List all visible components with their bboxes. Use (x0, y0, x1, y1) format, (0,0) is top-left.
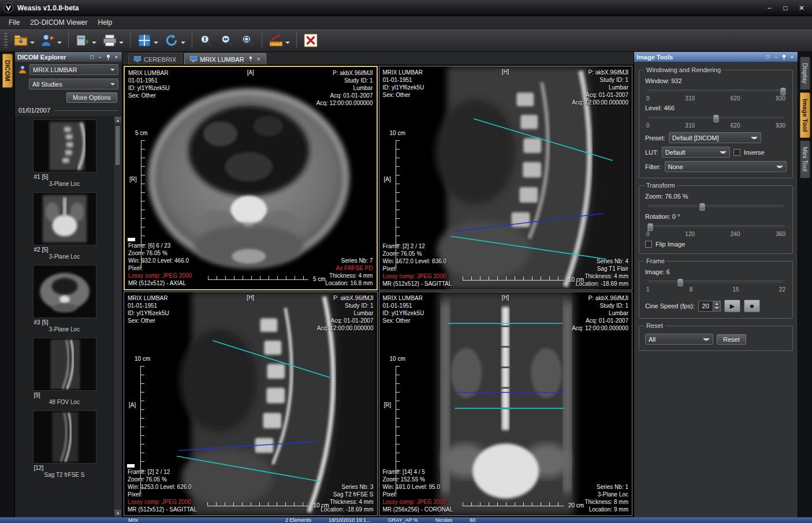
toolbar-separator (296, 32, 297, 48)
study-select[interactable]: All Studies (29, 79, 118, 89)
level-slider[interactable] (647, 113, 784, 122)
scroll-down-icon[interactable]: ▼ (114, 509, 122, 517)
zoom-original-button[interactable] (196, 31, 217, 50)
thumbnail-image (33, 265, 96, 318)
thumbnail-image (33, 338, 96, 391)
slider-thumb[interactable] (713, 115, 718, 122)
dock-icon[interactable]: □ (765, 54, 771, 60)
explorer-scrollbar[interactable]: ▲ ▼ (113, 116, 122, 517)
viewport-grid: MRIX LUMBAR01-01-1951ID: yl1Yf6zek5USex:… (122, 65, 634, 517)
menu-file[interactable]: File (3, 17, 25, 28)
minimize-panel-icon[interactable]: − (773, 54, 779, 60)
scroll-up-icon[interactable]: ▲ (114, 116, 122, 124)
window-ticks: 0310620930 (646, 95, 785, 102)
overlay-patient-info: MRIX LUMBAR01-01-1951ID: yl1Yf6zek5USex:… (383, 294, 424, 324)
measurement-button[interactable] (266, 31, 293, 50)
viewport-sagittal-t1[interactable]: MRIX LUMBAR01-01-1951ID: yl1Yf6zek5USex:… (379, 66, 633, 290)
titlebar: Weasis v1.0.8-beta − □ ✕ (0, 0, 812, 16)
close-panel-icon[interactable]: × (789, 54, 795, 60)
lut-select[interactable]: Default (662, 147, 730, 158)
rotation-slider[interactable] (647, 222, 784, 230)
viewport-axial[interactable]: MRIX LUMBAR01-01-1951ID: yl1Yf6zek5USex:… (124, 66, 378, 290)
tab-dicom-explorer[interactable]: DICOM (2, 54, 13, 88)
slider-thumb[interactable] (780, 88, 785, 95)
zoom-slider[interactable] (647, 201, 784, 210)
layout-button[interactable] (134, 31, 161, 50)
tab-display[interactable]: Display (800, 57, 810, 90)
dropdown-arrow-icon (110, 83, 115, 88)
flip-checkbox[interactable] (645, 241, 652, 248)
menu-help[interactable]: Help (92, 17, 117, 28)
reset-select[interactable]: All (645, 334, 713, 345)
zoom-fit-icon (219, 33, 234, 48)
pin-icon[interactable] (105, 54, 111, 60)
dock-icon[interactable]: □ (89, 54, 95, 60)
toolbar-grip[interactable] (4, 33, 8, 48)
print-button[interactable] (99, 31, 126, 50)
tab-close-icon[interactable]: × (257, 56, 260, 62)
thumbnail-image (33, 119, 96, 173)
magnifier-lens-button[interactable] (237, 31, 258, 50)
viewer-tabbar: CEREBRIX MRIX LUMBAR × (122, 52, 634, 65)
tab-image-tool[interactable]: Image Tool (800, 92, 810, 138)
study-date: 01/01/2007 (18, 107, 50, 114)
series-thumbnail-1[interactable]: #1 [5] 3-Plane Loc (21, 119, 108, 188)
reset-button[interactable]: Reset (717, 334, 746, 345)
viewer-area: CEREBRIX MRIX LUMBAR × (122, 52, 634, 517)
orientation-label: [A] (247, 69, 254, 76)
series-thumbnail-3[interactable]: #3 [5] 3-Plane Loc (21, 265, 108, 333)
slider-thumb[interactable] (699, 203, 705, 211)
dicom-export-button[interactable] (72, 31, 99, 50)
patient-select[interactable]: MRIX LUMBAR (29, 64, 118, 75)
menu-2d-dicom-viewer[interactable]: 2D-DICOM Viewer (25, 17, 92, 28)
overlay-study-info: P: akbX.96ifMJlStudy ID: 1LumbarAcq: 01-… (572, 69, 628, 106)
close-button[interactable]: ✕ (795, 3, 809, 13)
delete-selection-button[interactable] (300, 31, 321, 50)
synchronize-button[interactable] (161, 31, 188, 50)
series-thumbnail-5[interactable]: [12] Sag T2 frFSE S (21, 410, 108, 479)
patient-import-button[interactable] (38, 31, 65, 50)
overlay-frame-info: Frame: [6] 6 / 23Zoom: 76.05 %Win: 932.0… (128, 242, 192, 287)
close-panel-icon[interactable]: × (113, 54, 120, 60)
tab-mrix-lumbar[interactable]: MRIX LUMBAR × (184, 53, 266, 65)
image-label: Image: 6 (645, 268, 787, 275)
inverse-checkbox[interactable] (733, 149, 740, 156)
cine-play-button[interactable]: ▶ (724, 300, 740, 312)
tab-mini-tool[interactable]: Mini Tool (800, 140, 810, 178)
vertical-scale-label: 10 cm (135, 356, 150, 362)
series-thumbnail-2[interactable]: #2 [5] 3-Plane Loc (21, 192, 108, 260)
measure-icon (269, 33, 284, 48)
window-slider[interactable] (647, 86, 784, 95)
zoom-1-1-icon (199, 33, 214, 48)
maximize-button[interactable]: □ (779, 3, 792, 13)
transform-group: Transform Zoom: 76.05 % Rotation: 0 ° 01… (639, 182, 793, 254)
pin-icon[interactable] (781, 54, 787, 60)
dicom-explorer-panel: DICOM Explorer □ − × MRIX LUMBAR All Stu… (15, 52, 122, 517)
image-slider[interactable] (647, 277, 784, 286)
lens-icon (240, 33, 255, 48)
spin-down-icon[interactable] (713, 306, 720, 311)
minimize-button[interactable]: − (762, 3, 776, 13)
viewport-sagittal-t2[interactable]: MRIX LUMBAR01-01-1951ID: yl1Yf6zek5USex:… (124, 292, 378, 516)
series-thumbnail-4[interactable]: [9] 48 FOV Loc (21, 338, 108, 406)
preset-select[interactable]: Default [DICOM] (669, 132, 761, 143)
monitor-icon (134, 56, 141, 62)
overlay-patient-info: MRIX LUMBAR01-01-1951ID: yl1Yf6zek5USex:… (383, 69, 424, 99)
scrollbar-thumb[interactable] (115, 125, 121, 166)
minimize-panel-icon[interactable]: − (97, 54, 103, 60)
tab-pin-icon[interactable] (248, 56, 253, 62)
overlay-series-info: Series Nb: 13-Plane LocThickness: 8 mmLo… (584, 483, 628, 513)
slider-thumb[interactable] (677, 279, 683, 286)
vertical-scale-label: 10 cm (390, 130, 405, 136)
zoom-best-fit-button[interactable] (217, 31, 237, 50)
tab-cerebrix[interactable]: CEREBRIX (128, 53, 182, 65)
more-options-button[interactable]: More Options (66, 92, 117, 103)
filter-select[interactable]: None (665, 161, 787, 172)
viewport-coronal[interactable]: MRIX LUMBAR01-01-1951ID: yl1Yf6zek5USex:… (379, 292, 633, 516)
dicom-import-button[interactable] (10, 31, 38, 50)
slider-thumb[interactable] (647, 223, 653, 231)
patient-icon (40, 33, 55, 48)
cine-speed-spinner[interactable]: 20 (698, 301, 721, 312)
cine-stop-button[interactable]: ■ (744, 300, 760, 312)
spin-up-icon[interactable] (713, 301, 720, 307)
